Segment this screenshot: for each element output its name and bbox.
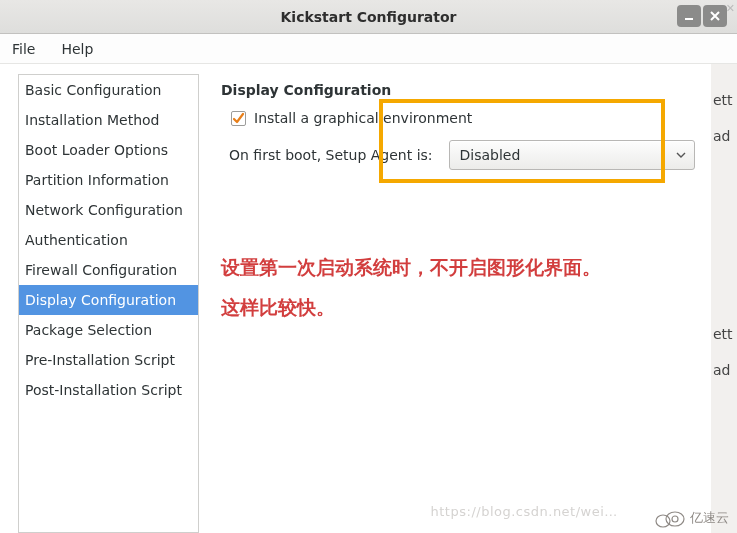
svg-point-2 [666, 512, 684, 526]
content-panel: Display Configuration Install a graphica… [199, 64, 737, 533]
annotation-line1: 设置第一次启动系统时，不开启图形化界面。 [221, 248, 601, 288]
chevron-down-icon [676, 150, 686, 160]
sidebar: Basic Configuration Installation Method … [18, 74, 199, 533]
panel-title: Display Configuration [221, 82, 717, 98]
outer-close-icon: ✕ [726, 2, 735, 15]
bg-text: ad [713, 128, 730, 144]
watermark-logo-text: 亿速云 [690, 509, 729, 527]
setup-agent-row: On first boot, Setup Agent is: Disabled [229, 140, 717, 170]
setup-agent-select[interactable]: Disabled [449, 140, 695, 170]
setup-agent-label: On first boot, Setup Agent is: [229, 147, 433, 163]
main-area: Basic Configuration Installation Method … [0, 64, 737, 533]
sidebar-item-partition[interactable]: Partition Information [19, 165, 198, 195]
install-graphical-row: Install a graphical environment [231, 110, 717, 126]
menu-file[interactable]: File [6, 38, 41, 60]
sidebar-item-boot-loader[interactable]: Boot Loader Options [19, 135, 198, 165]
sidebar-item-package[interactable]: Package Selection [19, 315, 198, 345]
sidebar-item-pre-script[interactable]: Pre-Installation Script [19, 345, 198, 375]
annotation-text: 设置第一次启动系统时，不开启图形化界面。 这样比较快。 [221, 248, 601, 328]
watermark-logo: 亿速云 [653, 508, 729, 528]
bg-text: ett [713, 326, 733, 342]
svg-point-1 [656, 515, 670, 527]
sidebar-item-basic[interactable]: Basic Configuration [19, 75, 198, 105]
sidebar-item-install-method[interactable]: Installation Method [19, 105, 198, 135]
bg-text: ett [713, 92, 733, 108]
close-button[interactable] [703, 5, 727, 27]
sidebar-item-display[interactable]: Display Configuration [19, 285, 198, 315]
window-title: Kickstart Configurator [281, 9, 457, 25]
svg-rect-0 [685, 18, 693, 20]
install-graphical-checkbox[interactable] [231, 111, 246, 126]
titlebar: Kickstart Configurator [0, 0, 737, 34]
minimize-button[interactable] [677, 5, 701, 27]
sidebar-item-auth[interactable]: Authentication [19, 225, 198, 255]
setup-agent-value: Disabled [460, 147, 521, 163]
background-strip: ett ad ett ad [711, 64, 737, 533]
annotation-line2: 这样比较快。 [221, 288, 601, 328]
window-controls [677, 5, 727, 27]
cloud-icon [653, 508, 687, 528]
sidebar-item-post-script[interactable]: Post-Installation Script [19, 375, 198, 405]
sidebar-item-firewall[interactable]: Firewall Configuration [19, 255, 198, 285]
watermark-url: https://blog.csdn.net/wei… [431, 504, 618, 519]
install-graphical-label: Install a graphical environment [254, 110, 472, 126]
menu-help[interactable]: Help [55, 38, 99, 60]
sidebar-item-network[interactable]: Network Configuration [19, 195, 198, 225]
menubar: File Help [0, 34, 737, 64]
svg-point-3 [672, 516, 678, 522]
check-icon [232, 112, 245, 125]
bg-text: ad [713, 362, 730, 378]
